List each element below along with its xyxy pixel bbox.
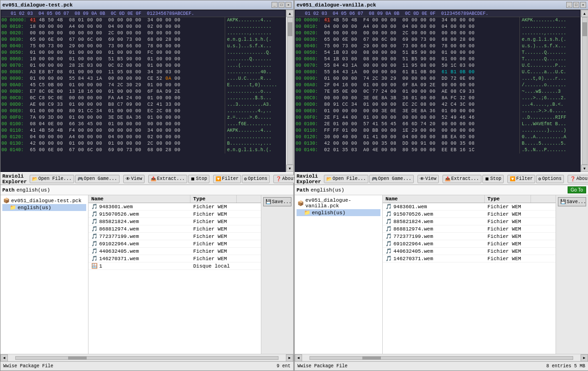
right-tree-folder[interactable]: 📁 english(us): [297, 209, 380, 216]
left-file-row-7[interactable]: 🎵146270371.wem Fichier WEM: [89, 255, 261, 262]
right-extract-btn[interactable]: 📤 Extract...: [443, 175, 481, 183]
right-maximize-btn[interactable]: □: [573, 2, 579, 8]
left-hex-scroll-down[interactable]: ▼: [286, 165, 294, 172]
left-file-list[interactable]: Name Type 🎵9483601.wem Fichier WEM 🎵9150…: [89, 195, 261, 354]
right-open-game-btn[interactable]: 🎮 Open Game...: [369, 175, 414, 183]
right-minimize-btn[interactable]: _: [566, 2, 572, 8]
left-hex-scroll-up[interactable]: ▲: [286, 10, 294, 17]
right-title-bar: ev051_dialogue-vanilla.pck _ □ ×: [295, 0, 588, 10]
right-file-list[interactable]: Name Type 🎵9483601.wem Fichier WEM 🎵9150…: [383, 195, 556, 354]
hex-row-2: 00 0020: 00 00 00 00 00 00 00 00 2C 00 0…: [1, 30, 285, 37]
left-save-btn[interactable]: 💾 Save...: [263, 197, 291, 206]
right-hex-header: 01 02 03 04 05 06 07 08 09 0A 0B 0C 0D 0…: [296, 11, 580, 17]
left-scroll-right[interactable]: ▶: [286, 354, 293, 362]
right-save-btn[interactable]: 💾 Save...: [558, 197, 586, 206]
right-hex-row-6: 00 0060: 54 1B 03 00 08 00 00 00 51 B5 9…: [296, 56, 580, 63]
right-scrollbar-h[interactable]: ◀ ▶: [295, 354, 588, 361]
left-file-type-4: Fichier WEM: [190, 233, 237, 240]
hex-row-10: 00 00A0: 45 C5 0B 00 01 00 00 00 74 2C 3…: [1, 82, 285, 89]
left-tree-root[interactable]: 📦 ev051_dialogue-test.pck: [2, 197, 86, 204]
left-hex-scroll-track[interactable]: [287, 17, 293, 165]
right-scroll-track[interactable]: [310, 356, 573, 360]
right-close-btn[interactable]: ×: [580, 2, 586, 8]
right-hex-view[interactable]: 01 02 03 04 05 06 07 08 09 0A 0B 0C 0D 0…: [295, 10, 581, 172]
left-options-btn[interactable]: ⚙ Options: [242, 175, 270, 183]
right-filter-btn[interactable]: 🔽 Filter: [507, 175, 535, 183]
right-open-file-icon: 📂: [326, 176, 332, 182]
right-scroll-right[interactable]: ▶: [581, 354, 588, 362]
right-file-row-2[interactable]: 🎵885821824.wem Fichier WEM: [383, 218, 556, 225]
left-stop-btn[interactable]: ⏹ Stop: [188, 175, 209, 183]
left-close-btn[interactable]: ×: [285, 2, 291, 8]
right-hex-scroll-down[interactable]: ▼: [581, 165, 588, 172]
left-scroll-thumb[interactable]: [68, 357, 87, 359]
left-file-row-5[interactable]: 🎵691022964.wem Fichier WEM: [89, 240, 261, 248]
left-path-label: Path: [2, 187, 14, 193]
left-scroll-left[interactable]: ◀: [0, 354, 8, 362]
hex-row-17: 00 0110: 41 4B 50 4B F4 00 00 00 00 00 0…: [1, 128, 285, 134]
right-file-row-3[interactable]: 🎵868812974.wem Fichier WEM: [383, 225, 556, 233]
right-hex-row-15: 00 00F0: 2E F1 44 00 01 00 00 00 00 00 0…: [296, 115, 580, 121]
left-file-row-0[interactable]: 🎵9483601.wem Fichier WEM: [89, 203, 261, 211]
right-scroll-thumb[interactable]: [362, 357, 381, 359]
right-file-row-0[interactable]: 🎵9483601.wem Fichier WEM: [383, 203, 556, 211]
right-options-btn[interactable]: ⚙ Options: [536, 175, 564, 183]
left-tree-folder[interactable]: 📁 english(us): [2, 204, 86, 211]
right-hex-scroll-thumb[interactable]: [582, 22, 587, 36]
right-file-row-5[interactable]: 🎵691022964.wem Fichier WEM: [383, 240, 556, 248]
right-col-name[interactable]: Name: [383, 195, 485, 203]
right-hex-scroll-up[interactable]: ▲: [581, 10, 588, 17]
left-file-row-4[interactable]: 🎵772377199.wem Fichier WEM: [89, 233, 261, 240]
left-status-bar: Wwise Package File 9 ent: [0, 361, 293, 371]
right-hex-row-12: 00 00C0: 00 00 00 00 3E 0E 8A 3B 36 01 0…: [296, 95, 580, 102]
left-col-type[interactable]: Type: [190, 195, 237, 203]
left-file-row-3[interactable]: 🎵868812974.wem Fichier WEM: [89, 225, 261, 233]
right-view-icon: 👁: [420, 176, 424, 182]
left-file-row-2[interactable]: 🎵885821824.wem Fichier WEM: [89, 218, 261, 225]
left-file-explorer: 📦 ev051_dialogue-test.pck 📁 english(us) …: [0, 195, 293, 354]
left-maximize-btn[interactable]: □: [278, 2, 285, 8]
left-scroll-track[interactable]: [15, 356, 278, 360]
right-hex-scroll-track[interactable]: [582, 17, 588, 165]
hex-row-7: 00 0070: 01 00 00 00 28 2E 03 00 0C 02 0…: [1, 63, 285, 69]
left-col-name[interactable]: Name: [89, 195, 190, 203]
right-file-name-0: 🎵9483601.wem: [383, 203, 485, 210]
right-hex-content[interactable]: 01 02 03 04 05 06 07 08 09 0A 0B 0C 0D 0…: [295, 10, 581, 172]
right-open-file-btn[interactable]: 📂 Open File...: [324, 175, 368, 183]
left-filter-btn[interactable]: 🔽 Filter: [213, 175, 241, 183]
right-about-btn[interactable]: ❓ About ,: [568, 175, 588, 183]
left-hex-scroll-thumb[interactable]: [288, 22, 292, 36]
right-stop-btn[interactable]: ⏹ Stop: [482, 175, 504, 183]
left-minimize-btn[interactable]: _: [272, 2, 278, 8]
left-tree-panel[interactable]: 📦 ev051_dialogue-test.pck 📁 english(us): [0, 195, 89, 354]
right-view-btn[interactable]: 👁 View: [417, 175, 439, 183]
right-tree-root[interactable]: 📦 ev051_dialogue-vanilla.pck: [297, 197, 380, 209]
right-scroll-left[interactable]: ◀: [295, 354, 302, 362]
left-file-name-3: 🎵868812974.wem: [89, 225, 190, 232]
left-hex-view[interactable]: 01 02 03 04 05 06 07 08 09 0A 0B 0C 0D 0…: [0, 10, 286, 172]
left-scrollbar-h[interactable]: ◀ ▶: [0, 354, 293, 361]
right-tree-panel[interactable]: 📦 ev051_dialogue-vanilla.pck 📁 english(u…: [295, 195, 383, 354]
right-file-type-2: Fichier WEM: [485, 218, 531, 225]
package-icon: 📦: [3, 198, 10, 204]
left-file-row-8[interactable]: 🪟1 Disque local: [89, 262, 261, 270]
left-file-type-7: Fichier WEM: [190, 256, 237, 262]
right-file-row-4[interactable]: 🎵772377199.wem Fichier WEM: [383, 233, 556, 240]
left-view-btn[interactable]: 👁 View: [123, 175, 145, 183]
left-hex-scrollbar-v[interactable]: ▲ ▼: [286, 10, 293, 172]
left-hex-content[interactable]: 01 02 03 04 05 06 07 08 09 0A 0B 0C 0D 0…: [0, 10, 286, 172]
left-file-row-1[interactable]: 🎵915070526.wem Fichier WEM: [89, 211, 261, 218]
right-goto-btn[interactable]: Go To: [568, 186, 587, 193]
left-file-row-6[interactable]: 🎵440632405.wem Fichier WEM: [89, 248, 261, 255]
right-file-row-7[interactable]: 🎵146270371.wem Fichier WEM: [383, 255, 556, 262]
left-extract-btn[interactable]: 📤 Extract...: [148, 175, 187, 183]
left-file-list-header: Name Type: [89, 195, 261, 203]
right-file-row-6[interactable]: 🎵440632405.wem Fichier WEM: [383, 248, 556, 255]
right-file-row-1[interactable]: 🎵915070526.wem Fichier WEM: [383, 211, 556, 218]
left-open-file-btn[interactable]: 📂 Open File...: [30, 175, 74, 183]
right-hex-scrollbar-v[interactable]: ▲ ▼: [581, 10, 588, 172]
left-open-game-btn[interactable]: 🎮 Open Game...: [75, 175, 120, 183]
right-file-type-0: Fichier WEM: [485, 204, 531, 210]
right-file-type-5: Fichier WEM: [485, 241, 531, 247]
right-col-type[interactable]: Type: [485, 195, 531, 203]
